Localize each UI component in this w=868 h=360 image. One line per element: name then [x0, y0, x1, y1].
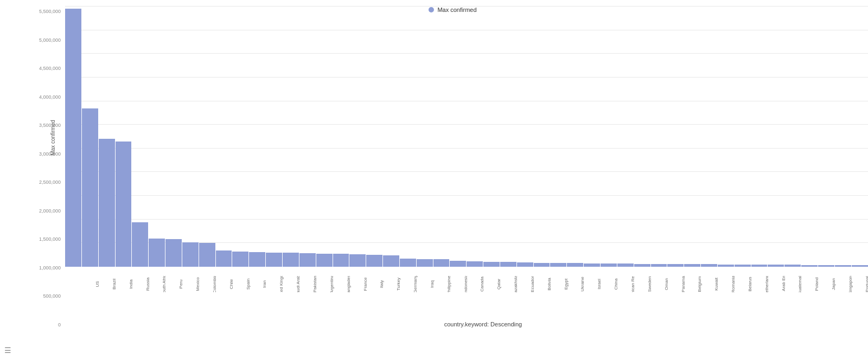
y-tick: 1,500,000 — [39, 236, 61, 242]
bar[interactable] — [517, 262, 533, 267]
y-tick: 4,000,000 — [39, 94, 61, 100]
y-axis: 5,500,0005,000,0004,500,0004,000,0003,50… — [33, 9, 65, 327]
bar[interactable] — [634, 264, 650, 267]
chart-container: 5,500,0005,000,0004,500,0004,000,0003,50… — [33, 9, 868, 327]
grid-and-bars: Max confirmed — [65, 9, 868, 267]
bar[interactable] — [601, 263, 617, 267]
bar[interactable] — [333, 254, 349, 267]
bar[interactable] — [149, 239, 165, 267]
bar[interactable] — [316, 254, 333, 267]
bar[interactable] — [801, 265, 818, 267]
grid-line — [65, 6, 868, 7]
bar[interactable] — [99, 139, 115, 267]
y-tick: 0 — [58, 322, 61, 327]
bar[interactable] — [701, 264, 717, 267]
bar[interactable] — [216, 250, 232, 267]
bar[interactable] — [232, 252, 248, 267]
bar[interactable] — [567, 263, 583, 267]
bar[interactable] — [199, 243, 215, 267]
bar[interactable] — [433, 259, 450, 267]
bar[interactable] — [768, 265, 784, 267]
bar[interactable] — [667, 264, 684, 267]
y-axis-label: Max confirmed — [50, 120, 56, 156]
bar[interactable] — [82, 108, 98, 267]
y-tick: 5,500,000 — [39, 9, 61, 14]
bar[interactable] — [500, 262, 516, 267]
bar[interactable] — [366, 255, 382, 267]
bar[interactable] — [651, 264, 667, 267]
bar[interactable] — [283, 253, 299, 267]
x-axis-title: country.keyword: Descending — [65, 321, 868, 327]
bar[interactable] — [383, 255, 399, 267]
bar[interactable] — [417, 259, 433, 267]
bar[interactable] — [718, 265, 734, 267]
bar[interactable] — [735, 265, 751, 267]
bar[interactable] — [852, 265, 868, 267]
chart-inner: 5,500,0005,000,0004,500,0004,000,0003,50… — [33, 9, 868, 327]
bars-wrapper — [65, 9, 868, 267]
x-label: Portugal — [865, 276, 868, 292]
bar[interactable] — [467, 261, 483, 267]
bars-area: Max confirmed USBrazilIndiaRussiaSouth A… — [65, 9, 868, 327]
bar[interactable] — [617, 263, 634, 267]
y-tick: 5,000,000 — [39, 37, 61, 43]
bar[interactable] — [299, 253, 316, 267]
bar[interactable] — [249, 252, 265, 267]
bar[interactable] — [550, 263, 566, 267]
bar[interactable] — [400, 259, 416, 267]
expand-icon[interactable]: ☰ — [4, 346, 11, 355]
bar[interactable] — [116, 142, 132, 267]
chart-area: Max confirmed 5,500,0005,000,0004,500,00… — [0, 0, 868, 360]
y-tick: 4,500,000 — [39, 66, 61, 71]
y-tick: 500,000 — [43, 293, 61, 299]
bar[interactable] — [165, 239, 182, 267]
y-tick: 1,000,000 — [39, 265, 61, 271]
bar[interactable] — [349, 254, 366, 267]
bar[interactable] — [132, 222, 148, 267]
bar[interactable] — [784, 265, 801, 267]
bar[interactable] — [534, 263, 550, 267]
y-tick: 2,000,000 — [39, 208, 61, 214]
bar[interactable] — [835, 265, 851, 267]
bar[interactable] — [266, 253, 282, 267]
bar[interactable] — [584, 263, 600, 267]
bar[interactable] — [751, 265, 768, 267]
bar[interactable] — [182, 242, 199, 267]
bar[interactable] — [65, 9, 81, 267]
bar[interactable] — [684, 264, 700, 267]
bar[interactable] — [818, 265, 834, 267]
y-tick: 2,500,000 — [39, 179, 61, 185]
bar[interactable] — [450, 261, 466, 267]
bar[interactable] — [483, 262, 500, 267]
